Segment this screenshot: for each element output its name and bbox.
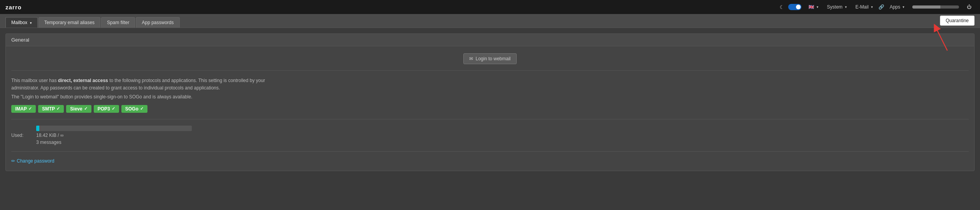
brand-logo: zarro (5, 4, 22, 10)
system-menu-button[interactable]: System ▾ (824, 3, 850, 11)
divider-1 (11, 70, 969, 71)
usage-messages: 3 messages (36, 140, 192, 145)
power-icon: ⏻ (967, 4, 971, 10)
usage-bar-fill (36, 126, 39, 131)
link-icon: 🔗 (878, 4, 884, 10)
toggle-knob (796, 5, 801, 9)
usage-bar-wrap: 18.42 KiB / ∞ 3 messages (36, 126, 192, 145)
email-caret: ▾ (871, 5, 873, 9)
divider-3 (11, 151, 969, 152)
info-text-block: This mailbox user has direct, external a… (11, 77, 291, 101)
badge-sogo-label: SOGo (125, 106, 138, 112)
language-caret: ▾ (817, 5, 819, 9)
topnav: zarro ☾ 🇬🇧 ▾ System ▾ E-Mail ▾ 🔗 Apps ▾ (0, 0, 980, 14)
badge-smtp-check: ✓ (56, 106, 60, 111)
change-password-label: Change password (17, 158, 54, 164)
topnav-progress-fill (912, 5, 940, 9)
apps-label: Apps (890, 4, 900, 10)
tab-app-passwords[interactable]: App passwords (136, 17, 179, 28)
email-label: E-Mail (856, 4, 869, 10)
badge-smtp: SMTP ✓ (38, 105, 64, 113)
login-webmail-button[interactable]: ✉ Login to webmail (463, 53, 516, 64)
badge-sieve-check: ✓ (84, 106, 88, 111)
change-password-icon: ✏ (11, 158, 15, 164)
badge-imap: IMAP ✓ (11, 105, 36, 113)
email-menu-button[interactable]: E-Mail ▾ (852, 3, 876, 11)
general-section-header: General (6, 34, 974, 46)
usage-size: 18.42 KiB / ∞ (36, 133, 192, 138)
power-button[interactable]: ⏻ (964, 3, 975, 11)
login-webmail-icon: ✉ (469, 56, 473, 61)
system-label: System (827, 4, 843, 10)
badge-sogo-check: ✓ (140, 106, 144, 111)
tab-app-passwords-label: App passwords (142, 20, 174, 25)
tab-spam-filter[interactable]: Spam filter (101, 17, 135, 28)
language-flag: 🇬🇧 (808, 4, 814, 10)
apps-menu-button[interactable]: Apps ▾ (887, 3, 908, 11)
badge-smtp-label: SMTP (42, 106, 55, 112)
login-webmail-label: Login to webmail (475, 56, 510, 61)
change-password-link[interactable]: ✏ Change password (11, 158, 54, 164)
badge-pop3: POP3 ✓ (94, 105, 119, 113)
tabs-bar: Mailbox ▾ Temporary email aliases Spam f… (0, 14, 980, 28)
badge-pop3-label: POP3 (98, 106, 110, 112)
quarantine-area: Quarantine (940, 16, 975, 26)
usage-label: Used: (11, 133, 31, 138)
badge-imap-label: IMAP (15, 106, 27, 112)
topnav-progress-bar (912, 5, 959, 9)
topnav-right: ☾ 🇬🇧 ▾ System ▾ E-Mail ▾ 🔗 Apps ▾ (780, 3, 975, 11)
info-before-bold: This mailbox user has (11, 78, 58, 83)
badge-sieve: Sieve ✓ (66, 105, 91, 113)
main-content: General ✉ Login to webmail This mailbox … (0, 28, 980, 177)
usage-row: Used: 18.42 KiB / ∞ 3 messages (11, 126, 969, 145)
moon-icon: ☾ (780, 4, 784, 10)
divider-2 (11, 119, 969, 119)
badge-sogo: SOGo ✓ (121, 105, 147, 113)
badge-pop3-check: ✓ (112, 106, 115, 111)
apps-caret: ▾ (903, 5, 905, 9)
badge-imap-check: ✓ (28, 106, 32, 111)
quarantine-button[interactable]: Quarantine (940, 16, 975, 26)
tab-mailbox-caret: ▾ (30, 21, 32, 25)
dark-mode-toggle[interactable] (788, 4, 801, 10)
tab-mailbox[interactable]: Mailbox ▾ (5, 17, 38, 28)
protocol-badges: IMAP ✓ SMTP ✓ Sieve ✓ POP3 ✓ SOGo ✓ (11, 105, 969, 113)
tabs-and-overlay: Mailbox ▾ Temporary email aliases Spam f… (0, 14, 980, 28)
info-line1: This mailbox user has direct, external a… (11, 77, 291, 92)
language-button[interactable]: 🇬🇧 ▾ (805, 3, 822, 11)
quarantine-label: Quarantine (946, 18, 969, 23)
usage-bar (36, 126, 192, 131)
general-section-body: ✉ Login to webmail This mailbox user has… (6, 46, 974, 171)
login-webmail-area: ✉ Login to webmail (11, 53, 969, 64)
info-bold: direct, external access (58, 78, 108, 83)
tab-mailbox-label: Mailbox (11, 20, 27, 25)
system-caret: ▾ (845, 5, 847, 9)
info-line2: The "Login to webmail" button provides s… (11, 93, 291, 101)
tab-spam-filter-label: Spam filter (107, 20, 129, 25)
badge-sieve-label: Sieve (70, 106, 82, 112)
tab-temp-email[interactable]: Temporary email aliases (39, 17, 100, 28)
general-section: General ✉ Login to webmail This mailbox … (5, 33, 975, 171)
tab-temp-email-label: Temporary email aliases (44, 20, 95, 25)
